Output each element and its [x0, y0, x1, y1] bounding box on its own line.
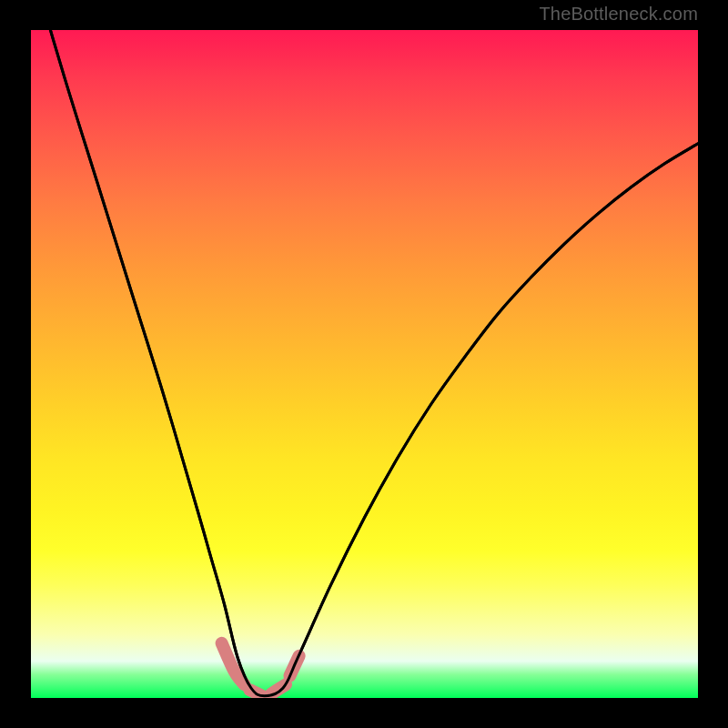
curve-layer [0, 0, 728, 728]
chart-frame: TheBottleneck.com [0, 0, 728, 728]
bottleneck-curve [31, 0, 698, 696]
bottleneck-curve [31, 0, 698, 696]
watermark-text: TheBottleneck.com [539, 4, 698, 25]
